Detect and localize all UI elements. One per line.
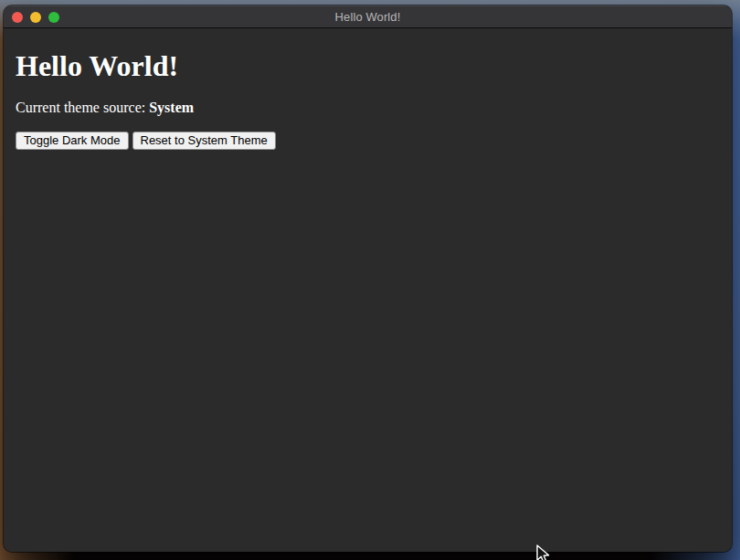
traffic-lights [12,6,59,27]
window-content: Hello World! Current theme source: Syste… [4,28,732,552]
window-title: Hello World! [4,10,732,24]
zoom-button[interactable] [48,12,59,23]
titlebar[interactable]: Hello World! [4,5,732,28]
theme-status-label: Current theme source: [16,100,149,115]
theme-status-value: System [149,100,194,115]
toggle-dark-mode-button[interactable]: Toggle Dark Mode [16,132,129,150]
reset-to-system-theme-button[interactable]: Reset to System Theme [132,132,276,150]
page-heading: Hello World! [16,49,720,83]
close-button[interactable] [12,12,23,23]
theme-status: Current theme source: System [16,100,720,116]
app-window: Hello World! Hello World! Current theme … [4,5,732,552]
minimize-button[interactable] [30,12,41,23]
desktop: { "window": { "title": "Hello World!", "… [0,0,740,560]
button-row: Toggle Dark ModeReset to System Theme [16,132,720,150]
